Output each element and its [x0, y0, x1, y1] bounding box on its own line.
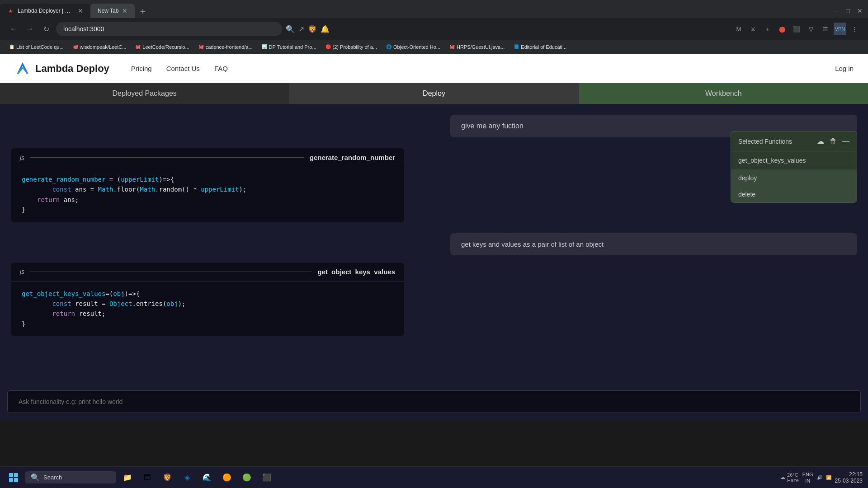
share-icon[interactable]: ↗: [298, 25, 304, 33]
bookmark-3-icon: 🐙: [198, 44, 204, 49]
code-line: }: [22, 205, 393, 215]
code-card-1-body: get_object_keys_values=(obj)=>{ const re…: [11, 282, 404, 337]
functionality-input[interactable]: [7, 390, 861, 413]
taskbar-cmd[interactable]: ⬛: [259, 469, 275, 486]
bookmark-5[interactable]: 🔴 (2) Probability of a...: [322, 43, 381, 51]
tab-deployed-packages[interactable]: Deployed Packages: [0, 83, 289, 104]
taskbar-edge[interactable]: 🌊: [199, 469, 215, 486]
bookmark-4[interactable]: 📊 DP Tutorial and Pro...: [258, 43, 320, 51]
bookmark-5-icon: 🔴: [326, 44, 331, 49]
cmd-icon: ⬛: [262, 473, 271, 482]
search-icon[interactable]: 🔍: [286, 25, 295, 33]
svg-rect-0: [9, 473, 13, 477]
ext-5[interactable]: ⬛: [790, 23, 803, 35]
tab-new[interactable]: New Tab ✕: [90, 4, 135, 18]
app: Lambda Deploy Pricing Contact Us FAQ Log…: [0, 54, 868, 104]
bookmark-0[interactable]: 📋 List of LeetCode qu...: [5, 43, 67, 51]
minimize-panel-icon[interactable]: —: [842, 137, 849, 145]
notification-icon[interactable]: 🔔: [321, 25, 330, 33]
taskbar-terminal[interactable]: 🗔: [139, 469, 156, 486]
new-tab-button[interactable]: ＋: [137, 5, 149, 17]
terminal-icon: 🗔: [144, 474, 151, 482]
top-nav: Lambda Deploy Pricing Contact Us FAQ Log…: [0, 54, 868, 83]
bookmark-8[interactable]: 📘 Editorial of Educati...: [510, 43, 570, 51]
minimize-btn[interactable]: ─: [835, 7, 839, 14]
bookmark-8-icon: 📘: [514, 44, 519, 49]
sf-dropdown-delete[interactable]: delete: [731, 186, 857, 202]
code-line: const ans = Math.floor(Math.random() * u…: [22, 184, 393, 194]
code-card-0-body: generate_random_number = (upperLimit)=>{…: [11, 167, 404, 222]
app-tabs: Deployed Packages Deploy Workbench: [0, 83, 868, 104]
refresh-button[interactable]: ↻: [40, 23, 52, 35]
login-button[interactable]: Log in: [835, 65, 854, 72]
back-button[interactable]: ←: [7, 23, 20, 35]
bookmark-7[interactable]: 🐙 HRPS/GuestUI.java...: [446, 43, 508, 51]
ext-7[interactable]: ☰: [819, 23, 832, 35]
nav-faq[interactable]: FAQ: [214, 65, 228, 72]
tab-new-close[interactable]: ✕: [122, 7, 127, 14]
taskbar-file-explorer[interactable]: 📁: [119, 469, 136, 486]
brave-shield-icon[interactable]: 🦁: [308, 25, 317, 33]
taskbar-clock: 22:15 25-03-2023: [835, 471, 863, 484]
bookmark-4-label: DP Tutorial and Pro...: [269, 44, 316, 50]
tab-lambda-close[interactable]: ✕: [78, 7, 83, 14]
taskbar-app7[interactable]: 🟢: [239, 469, 255, 486]
tab-workbench[interactable]: Workbench: [579, 83, 868, 104]
taskbar-brave[interactable]: 🦁: [159, 469, 175, 486]
taskbar-lang: ENG: [802, 472, 813, 477]
ext-more[interactable]: ⋮: [848, 23, 861, 35]
bookmark-2-label: LeetCode/Recursio...: [142, 44, 189, 50]
code-card-0-funcname: generate_random_number: [310, 154, 395, 161]
sf-item-0: get_object_keys_values: [731, 151, 857, 170]
code-card-1-lang: js: [20, 268, 24, 275]
bookmark-6[interactable]: 🌐 Object-Oriented Ho...: [382, 43, 444, 51]
bookmark-1-icon: 🐙: [73, 44, 78, 49]
taskbar-vscode[interactable]: ◈: [179, 469, 195, 486]
ext-vpn[interactable]: VPN: [834, 23, 846, 35]
taskbar-right: ☁ 26°C Haze ENG IN 🔊 📶 22:15 25-03-2023: [780, 471, 863, 484]
vscode-icon: ◈: [184, 473, 190, 482]
bookmarks-bar: 📋 List of LeetCode qu... 🐙 wisdompeak/Le…: [0, 40, 868, 54]
bookmark-1[interactable]: 🐙 wisdompeak/LeetC...: [69, 43, 130, 51]
nav-contact[interactable]: Contact Us: [166, 65, 200, 72]
windows-icon: [9, 473, 18, 482]
bookmark-6-label: Object-Oriented Ho...: [393, 44, 440, 50]
code-card-0-lang: js: [20, 154, 24, 161]
weather-desc: Haze: [787, 478, 799, 483]
taskbar: 🔍 Search 📁 🗔 🦁 ◈ 🌊 🟠 🟢 ⬛ ☁ 26°C Haze ENG: [0, 466, 868, 488]
taskbar-search[interactable]: 🔍 Search: [25, 471, 116, 483]
delete-icon[interactable]: 🗑: [830, 137, 837, 145]
tab-lambda[interactable]: 🔺 Lambda Deployer | Metacall ✕: [0, 4, 90, 18]
code-line: generate_random_number = (upperLimit)=>{: [22, 174, 393, 184]
ext-1[interactable]: M: [732, 23, 745, 35]
ext-4[interactable]: ⬤: [776, 23, 788, 35]
search-icon: 🔍: [31, 473, 40, 482]
code-card-0-header: js generate_random_number: [11, 148, 404, 167]
tab-deploy[interactable]: Deploy: [289, 83, 579, 104]
forward-button[interactable]: →: [24, 23, 36, 35]
upload-icon[interactable]: ☁: [817, 137, 824, 145]
maximize-btn[interactable]: □: [846, 7, 850, 14]
address-input[interactable]: [56, 22, 282, 36]
taskbar-app6[interactable]: 🟠: [219, 469, 235, 486]
bookmark-0-label: List of LeetCode qu...: [16, 44, 64, 50]
svg-rect-1: [14, 473, 18, 477]
bookmark-3[interactable]: 🐙 cadence-frontend/a...: [195, 43, 256, 51]
code-line: }: [22, 319, 393, 329]
bookmark-2-icon: 🐙: [135, 44, 141, 49]
code-line: const result = Object.entries(obj);: [22, 299, 393, 309]
sf-dropdown-deploy[interactable]: deploy: [731, 170, 857, 186]
nav-links: Pricing Contact Us FAQ: [131, 65, 228, 72]
nav-pricing[interactable]: Pricing: [131, 65, 152, 72]
ext-2[interactable]: ⚔: [747, 23, 760, 35]
start-button[interactable]: [5, 469, 22, 486]
clock-time: 22:15: [835, 471, 863, 478]
svg-rect-2: [9, 478, 13, 482]
tab-new-title: New Tab: [98, 8, 118, 14]
ext-3[interactable]: +: [761, 23, 774, 35]
bookmark-2[interactable]: 🐙 LeetCode/Recursio...: [132, 43, 193, 51]
code-card-0: js generate_random_number generate_rando…: [11, 148, 404, 222]
address-bar: ← → ↻ 🔍 ↗ 🦁 🔔 M ⚔ + ⬤ ⬛ ▽ ☰ VPN ⋮: [0, 18, 868, 40]
ext-6[interactable]: ▽: [805, 23, 817, 35]
close-btn[interactable]: ✕: [857, 7, 863, 14]
